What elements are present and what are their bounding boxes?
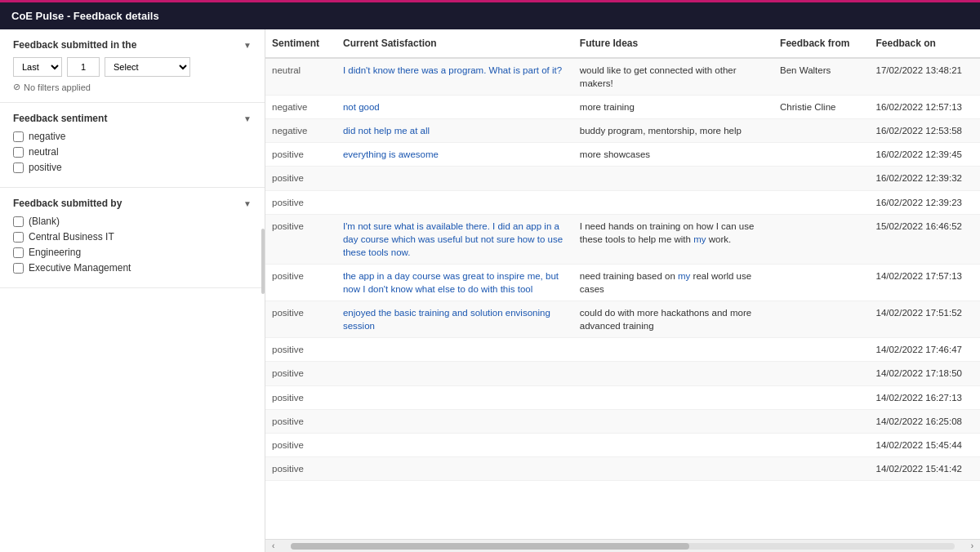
by-central-business-it-checkbox[interactable] (13, 232, 24, 243)
table-row: negativedid not help me at allbuddy prog… (265, 119, 980, 143)
satisfaction-cell (336, 456, 573, 480)
feedback-from-cell: Christie Cline (773, 96, 869, 119)
future-ideas-cell (573, 362, 773, 385)
future-ideas-cell (573, 190, 773, 214)
submitted-in-label: Feedback submitted in the (13, 39, 136, 51)
table-row: positive14/02/2022 15:45:44 (265, 433, 980, 456)
col-feedback-from: Feedback from (773, 29, 869, 58)
feedback-table: Sentiment Current Satisfaction Future Id… (265, 29, 980, 481)
filter-icon: ⊘ (13, 82, 20, 92)
sentiment-cell: negative (265, 119, 336, 143)
sentiment-positive-checkbox[interactable] (13, 162, 24, 173)
satisfaction-cell (336, 338, 573, 362)
sentiment-cell: positive (265, 433, 336, 456)
scroll-right-arrow[interactable]: › (971, 541, 973, 550)
feedback-on-cell: 14/02/2022 17:57:13 (869, 264, 980, 300)
feedback-from-cell (773, 190, 869, 214)
last-select[interactable]: Last (13, 57, 62, 77)
by-blank-label: (Blank) (29, 216, 60, 227)
feedback-from-cell (773, 409, 869, 433)
feedback-from-cell (773, 119, 869, 143)
sentiment-cell: positive (265, 362, 336, 385)
table-row: positiveI'm not sure what is available t… (265, 214, 980, 264)
feedback-on-cell: 14/02/2022 16:27:13 (869, 385, 980, 409)
future-ideas-cell (573, 456, 773, 480)
satisfaction-cell: everything is awesome (336, 143, 573, 167)
no-filters-row: ⊘ No filters applied (13, 82, 252, 92)
feedback-on-cell: 16/02/2022 12:57:13 (869, 96, 980, 119)
submitted-by-chevron: ▼ (243, 199, 252, 208)
by-engineering-checkbox[interactable] (13, 247, 24, 258)
satisfaction-cell (336, 362, 573, 385)
scroll-thumb (291, 543, 688, 550)
feedback-on-cell: 14/02/2022 17:46:47 (869, 338, 980, 362)
feedback-from-cell (773, 301, 869, 338)
submitted-by-section: Feedback submitted by ▼ (Blank) Central … (0, 188, 265, 288)
sentiment-cell: positive (265, 167, 336, 190)
sentiment-negative-item: negative (13, 131, 252, 142)
satisfaction-cell (336, 167, 573, 190)
table-row: positiveeverything is awesomemore showca… (265, 143, 980, 167)
feedback-on-cell: 14/02/2022 17:51:52 (869, 301, 980, 338)
table-row: positive14/02/2022 16:25:08 (265, 409, 980, 433)
future-ideas-cell (573, 409, 773, 433)
sentiment-cell: neutral (265, 58, 336, 96)
satisfaction-cell (336, 190, 573, 214)
sentiment-cell: positive (265, 301, 336, 338)
table-header-row: Sentiment Current Satisfaction Future Id… (265, 29, 980, 58)
feedback-on-cell: 14/02/2022 15:41:42 (869, 456, 980, 480)
scroll-track[interactable] (291, 543, 954, 550)
number-input[interactable] (67, 57, 100, 77)
horizontal-scrollbar[interactable]: ‹ › (265, 539, 980, 552)
submitted-in-section: Feedback submitted in the ▼ Last Select … (0, 29, 265, 103)
scroll-left-arrow[interactable]: ‹ (272, 541, 274, 550)
sentiment-negative-label: negative (29, 131, 65, 142)
by-executive-mgmt-checkbox[interactable] (13, 263, 24, 274)
feedback-from-cell (773, 264, 869, 300)
satisfaction-cell (336, 409, 573, 433)
sentiment-header[interactable]: Feedback sentiment ▼ (13, 113, 252, 124)
col-current-satisfaction: Current Satisfaction (336, 29, 573, 58)
table-row: positive16/02/2022 12:39:23 (265, 190, 980, 214)
satisfaction-cell: I didn't know there was a program. What … (336, 58, 573, 96)
sentiment-negative-checkbox[interactable] (13, 131, 24, 142)
feedback-on-cell: 14/02/2022 17:18:50 (869, 362, 980, 385)
period-select[interactable]: Select Days Weeks Months (105, 57, 190, 77)
feedback-from-cell (773, 167, 869, 190)
satisfaction-cell: did not help me at all (336, 119, 573, 143)
sentiment-neutral-checkbox[interactable] (13, 147, 24, 158)
table-row: positive14/02/2022 16:27:13 (265, 385, 980, 409)
page-title: CoE Pulse - Feedback details (11, 10, 159, 22)
satisfaction-cell: enjoyed the basic training and solution … (336, 301, 573, 338)
feedback-on-cell: 16/02/2022 12:53:58 (869, 119, 980, 143)
submitted-by-header[interactable]: Feedback submitted by ▼ (13, 198, 252, 209)
by-blank-item: (Blank) (13, 216, 252, 227)
sentiment-cell: negative (265, 96, 336, 119)
table-row: positive14/02/2022 17:18:50 (265, 362, 980, 385)
sentiment-chevron: ▼ (243, 114, 252, 123)
sentiment-positive-label: positive (29, 162, 62, 173)
by-blank-checkbox[interactable] (13, 216, 24, 227)
submitted-in-header[interactable]: Feedback submitted in the ▼ (13, 39, 252, 51)
no-filters-label: No filters applied (24, 82, 91, 92)
feedback-on-cell: 16/02/2022 12:39:32 (869, 167, 980, 190)
sentiment-cell: positive (265, 264, 336, 300)
feedback-from-cell (773, 338, 869, 362)
sentiment-section: Feedback sentiment ▼ negative neutral po… (0, 103, 265, 188)
future-ideas-cell: could do with more hackathons and more a… (573, 301, 773, 338)
sentiment-cell: positive (265, 214, 336, 264)
future-ideas-cell: would like to get connected with other m… (573, 58, 773, 96)
future-ideas-cell: need training based on my real world use… (573, 264, 773, 300)
table-body: neutralI didn't know there was a program… (265, 58, 980, 480)
sentiment-label: Feedback sentiment (13, 113, 107, 124)
sentiment-positive-item: positive (13, 162, 252, 173)
table-container[interactable]: Sentiment Current Satisfaction Future Id… (265, 29, 980, 539)
submitted-in-controls: Last Select Days Weeks Months (13, 57, 252, 77)
feedback-from-cell (773, 385, 869, 409)
col-future-ideas: Future Ideas (573, 29, 773, 58)
sidebar: Feedback submitted in the ▼ Last Select … (0, 29, 265, 552)
sentiment-options: negative neutral positive (13, 131, 252, 173)
feedback-on-cell: 17/02/2022 13:48:21 (869, 58, 980, 96)
satisfaction-cell: the app in a day course was great to ins… (336, 264, 573, 300)
feedback-from-cell (773, 362, 869, 385)
